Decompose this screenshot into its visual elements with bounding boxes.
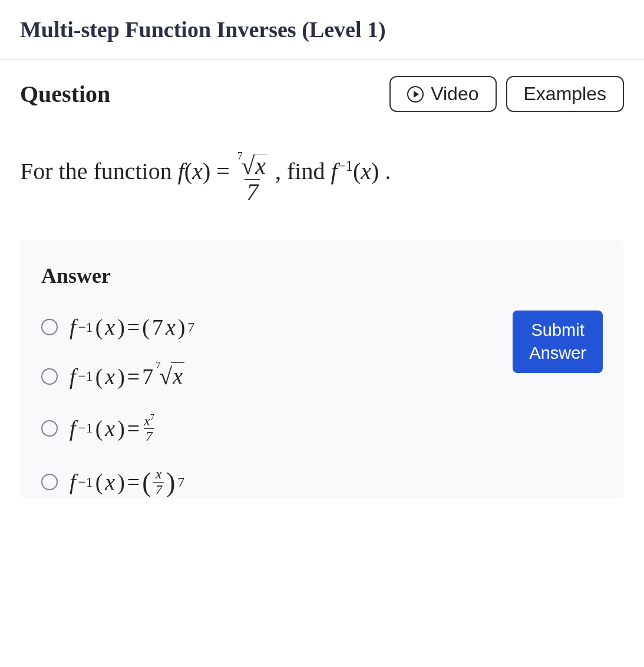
- question-row: Question Video Examples: [20, 76, 624, 112]
- page-title: Multi-step Function Inverses (Level 1): [20, 16, 624, 42]
- radicand: x: [253, 154, 267, 178]
- answer-label: Answer: [41, 263, 603, 288]
- prompt-find: , find: [275, 158, 331, 184]
- option-4-math: f−1(x) = ( x 7 )7: [70, 467, 184, 498]
- radio-icon: [41, 474, 58, 490]
- inverse-expr: f−1(x): [331, 158, 385, 184]
- question-label: Question: [20, 80, 110, 108]
- answer-body: f−1(x) = (7x)7 f−1(x) = 7 7 √ x: [41, 314, 603, 498]
- answer-options: f−1(x) = (7x)7 f−1(x) = 7 7 √ x: [41, 314, 501, 498]
- question-prompt: For the function f(x) = 7 √ x 7 , find f…: [20, 143, 624, 204]
- submit-label: SubmitAnswer: [529, 321, 586, 362]
- radio-icon: [41, 368, 58, 385]
- submit-button[interactable]: SubmitAnswer: [513, 311, 603, 373]
- root-index: 7: [237, 151, 243, 161]
- option-2-math: f−1(x) = 7 7 √ x: [70, 362, 184, 390]
- option-3-math: f−1(x) = x7 7: [70, 412, 156, 444]
- option-3[interactable]: f−1(x) = x7 7: [41, 412, 501, 444]
- prompt-suffix: .: [385, 158, 391, 184]
- play-icon: [407, 86, 424, 103]
- video-button-label: Video: [431, 83, 478, 105]
- prompt-prefix: For the function: [20, 158, 178, 184]
- examples-button-label: Examples: [524, 83, 607, 105]
- examples-button[interactable]: Examples: [506, 76, 625, 112]
- option-4[interactable]: f−1(x) = ( x 7 )7: [41, 467, 501, 498]
- option-1-math: f−1(x) = (7x)7: [70, 314, 194, 340]
- func-def: f(x) = 7 √ x 7: [178, 158, 275, 184]
- video-button[interactable]: Video: [389, 76, 496, 112]
- page-header: Multi-step Function Inverses (Level 1): [0, 0, 644, 60]
- radio-icon: [41, 420, 58, 437]
- denominator: 7: [245, 179, 260, 204]
- question-section: Question Video Examples For the function…: [0, 60, 644, 210]
- answer-section: Answer f−1(x) = (7x)7 f−1(x) = 7 7 √: [20, 240, 624, 499]
- option-1[interactable]: f−1(x) = (7x)7: [41, 314, 501, 340]
- radio-icon: [41, 319, 58, 335]
- option-2[interactable]: f−1(x) = 7 7 √ x: [41, 362, 501, 390]
